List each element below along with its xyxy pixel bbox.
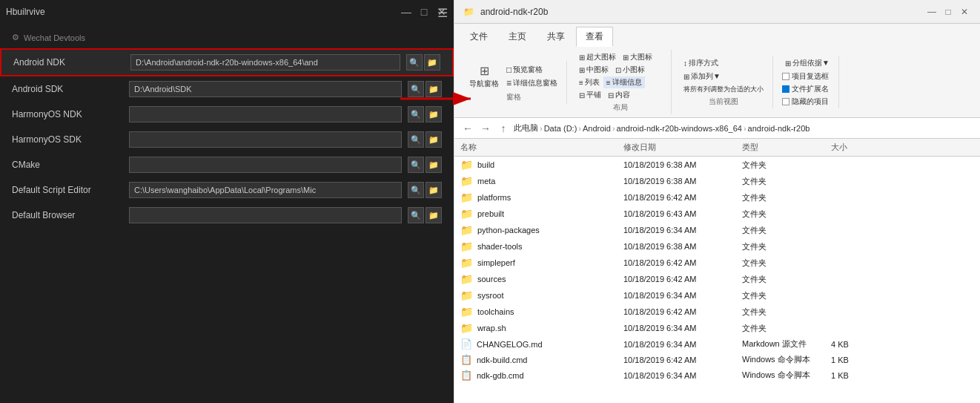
hamburger-button[interactable]: ☰ bbox=[437, 6, 448, 20]
row-folder-btn-3[interactable]: 📁 bbox=[426, 131, 442, 148]
table-row[interactable]: 📁 prebuilt 10/18/2019 6:43 AM 文件夹 bbox=[454, 206, 980, 222]
forward-button[interactable]: → bbox=[478, 121, 493, 136]
view-medium-btn[interactable]: ⊞中图标 bbox=[576, 64, 612, 76]
list-label: 列表 bbox=[585, 77, 600, 88]
folder-icon: 📁 bbox=[460, 224, 473, 236]
breadcrumb-drive[interactable]: Data (D:) bbox=[544, 124, 577, 133]
table-row[interactable]: 📁 python-packages 10/18/2019 6:34 AM 文件夹 bbox=[454, 222, 980, 238]
col-name[interactable]: 名称 bbox=[460, 142, 623, 153]
table-row[interactable]: 📋 ndk-build.cmd 10/18/2019 6:42 AM Windo… bbox=[454, 352, 980, 367]
minimize-button[interactable]: — bbox=[400, 6, 412, 18]
row-input-3[interactable] bbox=[129, 131, 402, 148]
add-col-btn[interactable]: ⊞ 添加列▼ bbox=[681, 71, 767, 82]
breadcrumb-ndk-dir[interactable]: android-ndk-r20b-windows-x86_64 bbox=[617, 124, 742, 133]
nav-pane-btn[interactable]: ⊞ 导航窗格 bbox=[466, 62, 502, 91]
exp-maximize[interactable]: □ bbox=[941, 5, 955, 19]
view-content-btn[interactable]: ⊟内容 bbox=[605, 89, 633, 101]
explorer-title: android-ndk-r20b bbox=[480, 7, 548, 17]
file-name-text: sources bbox=[477, 275, 506, 284]
table-row[interactable]: 📁 build 10/18/2019 6:38 AM 文件夹 bbox=[454, 157, 980, 173]
table-row[interactable]: 📄 CHANGELOG.md 10/18/2019 6:34 AM Markdo… bbox=[454, 336, 980, 352]
table-row[interactable]: 📁 meta 10/18/2019 6:38 AM 文件夹 bbox=[454, 173, 980, 189]
files-table: 名称 修改日期 类型 大小 📁 build 10/18/2019 6:38 AM… bbox=[454, 139, 980, 403]
breadcrumb-ndk[interactable]: android-ndk-r20b bbox=[748, 124, 810, 133]
table-row[interactable]: 📁 sources 10/18/2019 6:42 AM 文件夹 bbox=[454, 271, 980, 287]
view-list-btn[interactable]: ≡列表 bbox=[576, 76, 603, 88]
row-search-btn-2[interactable]: 🔍 bbox=[408, 106, 424, 122]
file-date: 10/18/2019 6:34 AM bbox=[623, 324, 742, 332]
auto-fit-btn[interactable]: 将所有列调整为合适的大小 bbox=[681, 84, 767, 95]
view-small-btn[interactable]: ⊡小图标 bbox=[612, 64, 648, 76]
title-bar-left: Hbuilrvive bbox=[6, 7, 45, 17]
row-folder-btn-4[interactable]: 📁 bbox=[426, 157, 442, 173]
table-row[interactable]: 📋 ndk-gdb.cmd 10/18/2019 6:34 AM Windows… bbox=[454, 367, 980, 383]
row-input-2[interactable] bbox=[129, 106, 402, 122]
col-type[interactable]: 类型 bbox=[742, 142, 831, 153]
checkbox-item-checkboxes[interactable]: 项目复选框 bbox=[782, 71, 832, 82]
exp-minimize[interactable]: — bbox=[925, 5, 938, 19]
group-by-btn[interactable]: ⊞ 分组依据▼ bbox=[782, 57, 832, 69]
sort-btn[interactable]: ↕ 排序方式 bbox=[681, 57, 767, 69]
sep3: › bbox=[612, 124, 615, 133]
view-buttons: ⊞超大图标 ⊞大图标 ⊞中图标 ⊡小图标 ≡列表 ≡详细信息 ⊟平铺 ⊟内容 bbox=[576, 51, 665, 101]
row-folder-btn-2[interactable]: 📁 bbox=[426, 106, 442, 122]
row-icons-4: 🔍 📁 bbox=[408, 157, 442, 173]
row-folder-btn-0[interactable]: 📁 bbox=[424, 54, 440, 71]
table-row[interactable]: 📁 toolchains 10/18/2019 6:42 AM 文件夹 bbox=[454, 304, 980, 320]
view-detail-btn[interactable]: ≡详细信息 bbox=[603, 76, 645, 88]
file-name-cell: 📁 simpleperf bbox=[460, 257, 623, 269]
tab-share[interactable]: 共享 bbox=[537, 27, 575, 47]
breadcrumb-android[interactable]: Android bbox=[583, 124, 611, 133]
table-row[interactable]: 📁 sysroot 10/18/2019 6:34 AM 文件夹 bbox=[454, 287, 980, 304]
checkbox-item-hidden[interactable]: 隐藏的项目 bbox=[782, 96, 832, 107]
folder-icon: 📁 bbox=[460, 191, 473, 203]
auto-fit-label: 将所有列调整为合适的大小 bbox=[683, 85, 764, 94]
preview-pane-btn[interactable]: □ 预览窗格 bbox=[503, 64, 560, 76]
col-size[interactable]: 大小 bbox=[831, 142, 890, 153]
file-date: 10/18/2019 6:38 AM bbox=[623, 242, 742, 251]
file-name-text: ndk-build.cmd bbox=[477, 356, 527, 364]
details-pane-btn[interactable]: ≡ 详细信息窗格 bbox=[503, 77, 560, 89]
file-name-cell: 📋 ndk-gdb.cmd bbox=[460, 370, 623, 381]
row-search-btn-1[interactable]: 🔍 bbox=[408, 81, 424, 97]
row-search-btn-5[interactable]: 🔍 bbox=[408, 182, 424, 198]
row-search-btn-3[interactable]: 🔍 bbox=[408, 131, 424, 148]
row-input-4[interactable] bbox=[129, 157, 402, 173]
breadcrumb-computer[interactable]: 此电脑 bbox=[514, 122, 538, 134]
col-date[interactable]: 修改日期 bbox=[623, 142, 742, 153]
tab-home[interactable]: 主页 bbox=[499, 27, 536, 47]
file-date: 10/18/2019 6:38 AM bbox=[623, 177, 742, 186]
row-folder-btn-1[interactable]: 📁 bbox=[426, 81, 442, 97]
row-search-btn-4[interactable]: 🔍 bbox=[408, 157, 424, 173]
layout-section-label: 布局 bbox=[613, 102, 628, 113]
tab-view[interactable]: 查看 bbox=[576, 27, 613, 47]
maximize-button[interactable]: □ bbox=[418, 6, 430, 18]
tab-file[interactable]: 文件 bbox=[460, 27, 497, 47]
row-input-6[interactable] bbox=[129, 207, 402, 223]
view-tile-btn[interactable]: ⊟平铺 bbox=[576, 89, 604, 101]
file-name-text: wrap.sh bbox=[477, 324, 506, 332]
row-search-btn-6[interactable]: 🔍 bbox=[408, 207, 424, 223]
up-button[interactable]: ↑ bbox=[496, 121, 511, 136]
table-row[interactable]: 📁 simpleperf 10/18/2019 6:42 AM 文件夹 bbox=[454, 255, 980, 271]
file-md-icon: 📄 bbox=[460, 338, 472, 350]
table-row[interactable]: 📁 wrap.sh 10/18/2019 6:34 AM 文件夹 bbox=[454, 320, 980, 336]
table-row[interactable]: 📁 platforms 10/18/2019 6:42 AM 文件夹 bbox=[454, 189, 980, 206]
back-button[interactable]: ← bbox=[460, 121, 475, 136]
row-folder-btn-5[interactable]: 📁 bbox=[426, 182, 442, 198]
row-input-5[interactable] bbox=[129, 182, 402, 198]
checkbox-item-ext[interactable]: 文件扩展名 bbox=[782, 84, 832, 94]
row-search-btn-0[interactable]: 🔍 bbox=[406, 54, 423, 71]
view-large-btn[interactable]: ⊞大图标 bbox=[620, 51, 655, 63]
exp-close[interactable]: ✕ bbox=[958, 5, 971, 19]
view-huge-btn[interactable]: ⊞超大图标 bbox=[576, 51, 619, 63]
row-input-1[interactable] bbox=[129, 81, 402, 97]
folder-icon: 📁 bbox=[460, 208, 473, 220]
table-row[interactable]: 📁 shader-tools 10/18/2019 6:38 AM 文件夹 bbox=[454, 238, 980, 255]
folder-icon: 📁 bbox=[460, 273, 473, 285]
folder-icon: 📁 bbox=[460, 306, 473, 318]
large-label: 大图标 bbox=[630, 52, 652, 62]
row-input-0[interactable] bbox=[130, 54, 400, 71]
file-kind: 文件夹 bbox=[742, 274, 831, 285]
row-folder-btn-6[interactable]: 📁 bbox=[426, 207, 442, 223]
